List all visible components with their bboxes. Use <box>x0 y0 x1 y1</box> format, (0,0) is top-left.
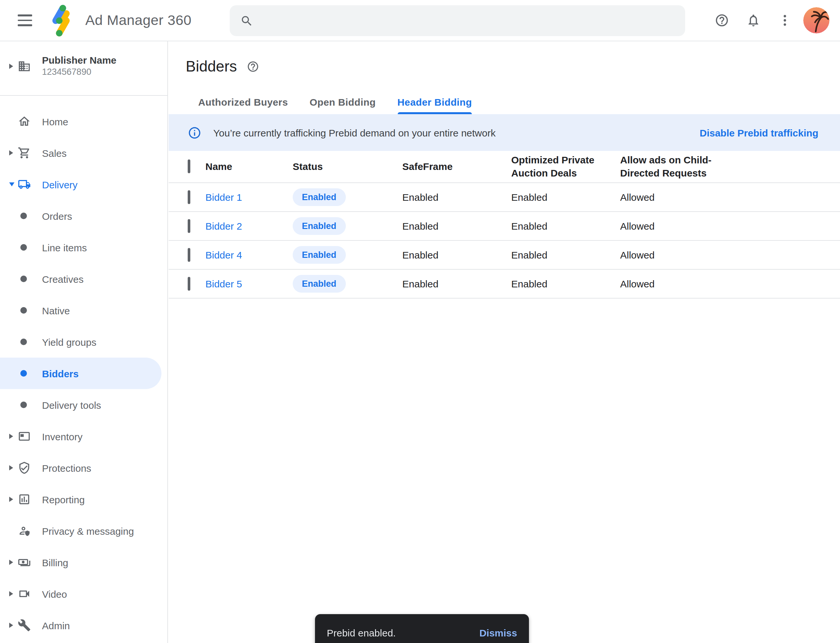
publisher-switcher[interactable]: Publisher Name 1234567890 <box>0 51 167 82</box>
sidebar-item-line-items[interactable]: Line items <box>0 232 167 263</box>
sidebar-item-video[interactable]: Video <box>0 578 167 610</box>
publisher-name: Publisher Name <box>42 54 116 67</box>
child-directed-value: Allowed <box>620 278 840 289</box>
sidebar-item-native[interactable]: Native <box>0 295 167 326</box>
truck-icon <box>18 178 31 191</box>
banner-message: You’re currently trafficking Prebid dema… <box>213 127 495 138</box>
bidder-link[interactable]: Bidder 4 <box>206 249 242 261</box>
bullet-icon <box>20 401 27 408</box>
sidebar-item-delivery-tools[interactable]: Delivery tools <box>0 389 167 421</box>
caret-right-icon <box>9 465 18 470</box>
wrench-icon <box>18 619 31 632</box>
publisher-id: 1234567890 <box>42 67 116 78</box>
row-checkbox[interactable] <box>188 277 190 290</box>
video-camera-icon <box>18 587 31 601</box>
child-directed-value: Allowed <box>620 220 840 232</box>
caret-right-icon <box>9 434 18 439</box>
child-directed-value: Allowed <box>620 249 840 261</box>
sidebar-item-billing[interactable]: Billing <box>0 547 167 578</box>
search-icon <box>240 14 253 27</box>
sidebar-item-delivery[interactable]: Delivery <box>0 169 167 200</box>
toast: Prebid enabled. Dismiss <box>315 614 529 643</box>
caret-right-icon <box>9 591 18 596</box>
caret-right-icon <box>9 64 18 69</box>
sidebar-item-inventory[interactable]: Inventory <box>0 421 167 452</box>
opad-value: Enabled <box>511 249 620 261</box>
opad-value: Enabled <box>511 192 620 203</box>
sidebar-item-creatives[interactable]: Creatives <box>0 263 167 295</box>
table-row: Bidder 1 Enabled Enabled Enabled Allowed <box>169 183 840 212</box>
info-icon <box>188 126 201 139</box>
status-badge: Enabled <box>293 246 345 264</box>
tab-open-bidding[interactable]: Open Bidding <box>310 90 376 114</box>
opad-value: Enabled <box>511 278 620 289</box>
sidebar-item-protections[interactable]: Protections <box>0 452 167 483</box>
topbar: Ad Manager 360 <box>0 0 840 41</box>
main-content: Bidders Authorized Buyers Open Bidding H… <box>169 41 840 643</box>
bidder-link[interactable]: Bidder 1 <box>206 192 242 203</box>
sidebar-item-yield-groups[interactable]: Yield groups <box>0 326 167 357</box>
table-header-row: Name Status SafeFrame Optimized Private … <box>169 151 840 183</box>
caret-right-icon <box>9 150 18 155</box>
sidebar-item-sales[interactable]: Sales <box>0 137 167 169</box>
row-checkbox[interactable] <box>188 190 190 204</box>
person-shield-icon <box>18 524 31 537</box>
bidder-link[interactable]: Bidder 2 <box>206 220 242 232</box>
bullet-icon <box>20 212 27 219</box>
bullet-icon <box>20 339 27 345</box>
notifications-bell-icon[interactable] <box>745 13 761 28</box>
shield-check-icon <box>18 461 31 474</box>
status-badge: Enabled <box>293 217 345 235</box>
prebid-info-banner: You’re currently trafficking Prebid dema… <box>169 114 840 151</box>
user-avatar[interactable] <box>803 7 830 33</box>
sidebar-item-reporting[interactable]: Reporting <box>0 483 167 515</box>
sidebar-item-admin[interactable]: Admin <box>0 610 167 641</box>
bullet-icon <box>20 244 27 251</box>
tab-header-bidding[interactable]: Header Bidding <box>397 90 472 114</box>
table-row: Bidder 2 Enabled Enabled Enabled Allowed <box>169 212 840 241</box>
disable-prebid-link[interactable]: Disable Prebid trafficking <box>699 127 818 138</box>
tab-authorized-buyers[interactable]: Authorized Buyers <box>198 90 288 114</box>
row-checkbox[interactable] <box>188 248 190 262</box>
shopping-cart-icon <box>18 146 31 160</box>
toast-message: Prebid enabled. <box>327 627 396 638</box>
tab-bar: Authorized Buyers Open Bidding Header Bi… <box>169 90 840 114</box>
menu-icon[interactable] <box>18 15 32 26</box>
home-icon <box>18 115 31 128</box>
page-title: Bidders <box>186 58 237 75</box>
opad-value: Enabled <box>511 220 620 232</box>
bullet-icon <box>20 307 27 313</box>
sidebar-nav: Home Sales Delivery <box>0 96 167 641</box>
safeframe-value: Enabled <box>402 278 511 289</box>
bullet-icon <box>20 370 27 377</box>
bar-chart-icon <box>18 493 31 506</box>
bidder-link[interactable]: Bidder 5 <box>206 278 242 289</box>
overflow-menu-icon[interactable] <box>777 13 793 28</box>
safeframe-value: Enabled <box>402 220 511 232</box>
bullet-icon <box>20 276 27 282</box>
sidebar-item-bidders[interactable]: Bidders <box>0 357 162 389</box>
ad-manager-app: Ad Manager 360 <box>0 0 840 643</box>
title-help-icon[interactable] <box>247 60 259 73</box>
search-bar[interactable] <box>230 5 685 36</box>
sidebar-item-privacy-messaging[interactable]: Privacy & messaging <box>0 515 167 547</box>
inventory-frame-icon <box>18 430 31 443</box>
topbar-actions <box>698 0 830 41</box>
table-row: Bidder 4 Enabled Enabled Enabled Allowed <box>169 241 840 270</box>
select-all-checkbox[interactable] <box>188 160 190 173</box>
caret-right-icon <box>9 560 18 565</box>
table-row: Bidder 5 Enabled Enabled Enabled Allowed <box>169 270 840 299</box>
search-input[interactable] <box>261 5 685 37</box>
column-header-name: Name <box>206 160 293 173</box>
sidebar-item-home[interactable]: Home <box>0 106 167 137</box>
money-icon <box>18 556 31 569</box>
help-icon[interactable] <box>714 13 730 28</box>
status-badge: Enabled <box>293 275 345 293</box>
child-directed-value: Allowed <box>620 192 840 203</box>
sidebar-item-orders[interactable]: Orders <box>0 200 167 232</box>
caret-down-icon <box>9 183 18 186</box>
dismiss-button[interactable]: Dismiss <box>479 627 517 638</box>
sidebar: Publisher Name 1234567890 Home <box>0 41 168 643</box>
row-checkbox[interactable] <box>188 219 190 233</box>
bidders-table: Name Status SafeFrame Optimized Private … <box>169 151 840 299</box>
